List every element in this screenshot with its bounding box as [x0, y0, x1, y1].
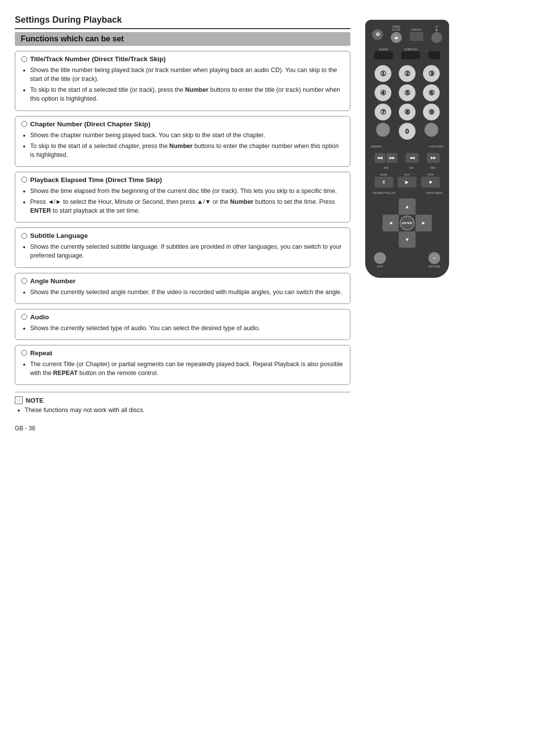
stop-text: STOP	[427, 174, 433, 176]
num-2-button[interactable]: ②	[399, 65, 416, 82]
nav-right-button[interactable]: ►	[416, 215, 432, 231]
note-title: 📄 NOTE	[15, 396, 350, 404]
function-bullet: To skip to the start of a selected chapt…	[30, 142, 344, 159]
exit-label: EXIT	[377, 265, 383, 268]
play-button[interactable]: ▶	[398, 177, 417, 188]
nav-cross: ▲ ◄ ENTER ► ▼	[382, 198, 432, 248]
function-bullet: Shows the time elapsed from the beginnin…	[30, 187, 344, 195]
nav-down-button[interactable]: ▼	[399, 231, 415, 248]
menu-labels-row: TOP MENU/TITLE LIST POP-UP MENU	[370, 192, 444, 194]
fwd-label: FWD	[426, 167, 439, 169]
function-title-repeat: Repeat	[21, 349, 344, 357]
page-title: Settings During Playback	[15, 15, 350, 29]
open-close-label: OPEN/CLOSE	[392, 26, 401, 31]
function-title-title-track: Title/Track Number (Direct Title/Track S…	[21, 55, 344, 63]
skip-next-button[interactable]: |▶▶	[386, 153, 397, 163]
num-extra-left-button[interactable]	[376, 123, 390, 137]
function-bullet: To skip to the start of a selected title…	[30, 85, 344, 103]
function-bullet: The current Title (or Chapter) or partia…	[30, 360, 344, 378]
function-title-elapsed-time: Playback Elapsed Time (Direct Time Skip)	[21, 176, 344, 184]
stop-button[interactable]: ■	[421, 177, 440, 188]
extra-button[interactable]	[428, 51, 440, 59]
nav-corner-bl	[382, 231, 399, 248]
num-5-button[interactable]: ⑤	[399, 84, 416, 101]
tv-label: TV⏻	[435, 26, 438, 31]
function-block-elapsed-time: Playback Elapsed Time (Direct Time Skip)…	[15, 172, 350, 223]
numpad: ① ② ③ ④ ⑤ ⑥ ⑦ ⑧ ⑨ 0	[370, 65, 444, 140]
return-label: RETURN	[429, 265, 440, 268]
function-block-chapter-number: Chapter Number (Direct Chapter Skip)Show…	[15, 116, 350, 167]
function-block-angle: Angle NumberShows the currently selected…	[15, 273, 350, 304]
display-label: DISPLAY	[412, 28, 422, 31]
rev-label: REV	[405, 167, 418, 169]
nav-corner-br	[416, 231, 432, 248]
subtitle-label: SUBTITLE	[404, 48, 417, 51]
num-9-button[interactable]: ⑨	[423, 104, 440, 120]
repeat-label: REPEAT	[371, 145, 382, 148]
num-3-button[interactable]: ③	[423, 65, 440, 82]
function-title-chapter-number: Chapter Number (Direct Chapter Skip)	[21, 120, 344, 128]
open-close-button[interactable]: ⏏	[391, 32, 402, 43]
function-label: FUNCTION	[429, 145, 443, 148]
function-title-angle: Angle Number	[21, 277, 344, 285]
remote-control-panel: ⏻ OPEN/CLOSE ⏏ DISPLAY TV⏻ AUDIO	[360, 15, 454, 741]
num-8-button[interactable]: ⑧	[399, 104, 416, 120]
function-block-subtitle: Subtitle LanguageShows the currently sel…	[15, 227, 350, 267]
audio-button[interactable]	[374, 51, 393, 59]
nav-corner-tl	[382, 198, 399, 215]
page-number: GB - 36	[15, 425, 350, 432]
function-title-audio: Audio	[21, 313, 344, 321]
nav-left-button[interactable]: ◄	[382, 215, 399, 231]
exit-return-row: EXIT ↩ RETURN	[370, 252, 444, 268]
function-block-repeat: RepeatThe current Title (or Chapter) or …	[15, 345, 350, 385]
function-bullet: Press ◄/► to select the Hour, Minute or …	[30, 197, 344, 215]
num-6-button[interactable]: ⑥	[423, 84, 440, 101]
function-block-audio: AudioShows the currently selected type o…	[15, 309, 350, 340]
num-1-button[interactable]: ①	[375, 65, 391, 82]
extra-label	[434, 48, 435, 51]
display-button[interactable]	[410, 32, 423, 41]
pause-button[interactable]: ⏸	[375, 177, 393, 188]
tv-power-button[interactable]	[431, 32, 442, 43]
pause-text: PAUSE	[380, 174, 387, 176]
section-title: Functions which can be set	[15, 32, 350, 46]
skip-prev-button[interactable]: ◀◀|	[375, 153, 385, 163]
function-title-subtitle: Subtitle Language	[21, 232, 344, 239]
popup-menu-label: POP-UP MENU	[426, 192, 442, 194]
repeat-function-row: REPEAT FUNCTION	[370, 145, 444, 148]
nav-up-button[interactable]: ▲	[399, 198, 415, 215]
return-button[interactable]: ↩ RETURN	[428, 252, 440, 268]
function-bullet: Shows the chapter number being played ba…	[30, 131, 344, 140]
subtitle-button[interactable]	[401, 51, 420, 59]
remote: ⏻ OPEN/CLOSE ⏏ DISPLAY TV⏻ AUDIO	[365, 20, 449, 278]
function-bullet: Shows the currently selected type of aud…	[30, 324, 344, 333]
function-bullet: Shows the currently selected angle numbe…	[30, 288, 344, 297]
note-bullet: These functions may not work with all di…	[25, 406, 350, 415]
fwd-button[interactable]: ▶▶	[427, 153, 440, 163]
play-text: PLAY	[404, 174, 410, 176]
function-bullet: Shows the currently selected subtitle la…	[30, 242, 344, 260]
num-4-button[interactable]: ④	[375, 84, 391, 101]
num-0-button[interactable]: 0	[399, 123, 416, 140]
num-7-button[interactable]: ⑦	[375, 104, 391, 120]
note-block: 📄 NOTE These functions may not work with…	[15, 392, 350, 415]
num-extra-right-button[interactable]	[424, 123, 438, 137]
audio-label: AUDIO	[380, 48, 388, 51]
rev-button[interactable]: ◀◀	[406, 153, 419, 163]
nav-corner-tr	[416, 198, 432, 215]
power-button[interactable]: ⏻	[372, 29, 383, 40]
enter-button[interactable]: ENTER	[400, 216, 414, 230]
note-icon: 📄	[15, 396, 23, 404]
function-block-title-track: Title/Track Number (Direct Title/Track S…	[15, 51, 350, 111]
function-bullet: Shows the title number being played back…	[30, 66, 344, 83]
exit-button[interactable]: EXIT	[374, 252, 386, 268]
skip-label: SKIP	[375, 167, 397, 169]
top-menu-label: TOP MENU/TITLE LIST	[372, 192, 396, 194]
